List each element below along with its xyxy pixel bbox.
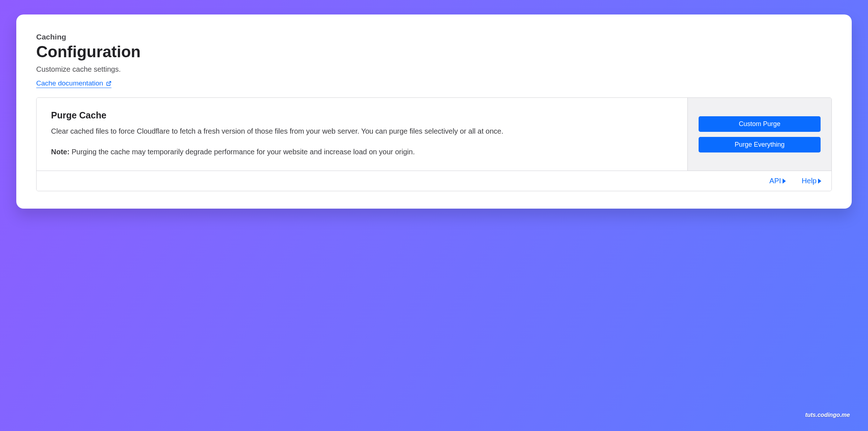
api-link-text: API — [770, 177, 781, 185]
section-title: Purge Cache — [51, 110, 673, 121]
spacer — [36, 191, 832, 209]
panel-body: Purge Cache Clear cached files to force … — [37, 98, 831, 171]
purge-cache-panel: Purge Cache Clear cached files to force … — [36, 97, 832, 191]
cache-documentation-link[interactable]: Cache documentation — [36, 79, 111, 88]
panel-footer: API Help — [37, 171, 831, 191]
watermark: tuts.codingo.me — [805, 412, 850, 418]
help-link-text: Help — [802, 177, 817, 185]
panel-description-area: Purge Cache Clear cached files to force … — [37, 98, 687, 171]
svg-line-0 — [108, 81, 111, 84]
section-note: Note: Purging the cache may temporarily … — [51, 146, 673, 158]
section-description: Clear cached files to force Cloudflare t… — [51, 126, 673, 137]
settings-card: Caching Configuration Customize cache se… — [16, 14, 852, 209]
note-label: Note: — [51, 148, 69, 156]
caret-right-icon — [783, 179, 786, 184]
panel-actions-area: Custom Purge Purge Everything — [687, 98, 831, 171]
page-subtitle: Customize cache settings. — [36, 65, 832, 74]
help-link[interactable]: Help — [802, 177, 821, 185]
purge-everything-button[interactable]: Purge Everything — [699, 137, 821, 152]
doc-link-text: Cache documentation — [36, 79, 103, 87]
page-title: Configuration — [36, 43, 832, 61]
api-link[interactable]: API — [770, 177, 786, 185]
external-link-icon — [106, 81, 111, 86]
breadcrumb: Caching — [36, 33, 832, 41]
caret-right-icon — [818, 179, 821, 184]
note-text: Purging the cache may temporarily degrad… — [69, 148, 415, 156]
custom-purge-button[interactable]: Custom Purge — [699, 116, 821, 132]
